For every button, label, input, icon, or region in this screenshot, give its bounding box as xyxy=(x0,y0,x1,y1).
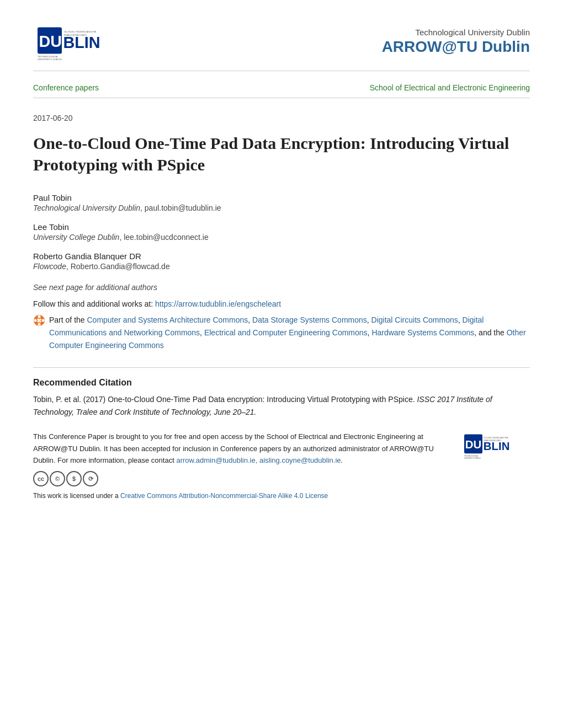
svg-text:TECHNOLOGICAL: TECHNOLOGICAL xyxy=(464,455,479,457)
cc-icon-cc: cc xyxy=(33,471,49,486)
cc-license-link[interactable]: Creative Commons Attribution-Noncommerci… xyxy=(120,492,328,500)
institution-name: Technological University Dublin xyxy=(382,28,530,37)
author-3: Roberto Gandia Blanquer DR Flowcode, Rob… xyxy=(33,251,530,271)
authors-section: Paul Tobin Technological University Dubl… xyxy=(33,193,530,271)
header-right: Technological University Dublin ARROW@TU… xyxy=(382,28,530,56)
commons-link-6[interactable]: Hardware Systems Commons xyxy=(371,328,474,337)
cc-icon-nc: $ xyxy=(66,471,82,486)
dublin-logo-footer: DU OLLSCOIL TEICNEOLAÍOCHTA BHAILE ÁTHA … xyxy=(461,431,527,461)
svg-text:DU: DU xyxy=(465,439,481,451)
page: DU OLLSCOIL TEICNEOLAÍOCHTA BHAILE ÁTHA … xyxy=(0,0,563,728)
svg-point-12 xyxy=(38,323,41,326)
author-2: Lee Tobin University College Dublin, lee… xyxy=(33,222,530,242)
svg-text:OLLSCOIL TEICNEOLAÍOCHTA: OLLSCOIL TEICNEOLAÍOCHTA xyxy=(484,437,508,440)
svg-text:UNIVERSITY DUBLIN: UNIVERSITY DUBLIN xyxy=(38,58,62,61)
publication-date: 2017-06-20 xyxy=(33,114,530,122)
nav-bar: Conference papers School of Electrical a… xyxy=(33,78,530,98)
contact-email-2[interactable]: aisling.coyne@tudublin.ie xyxy=(259,456,341,464)
footer-block: This Conference Paper is brought to you … xyxy=(33,431,530,500)
svg-text:BLIN: BLIN xyxy=(63,34,100,51)
author-2-name: Lee Tobin xyxy=(33,222,530,232)
author-1: Paul Tobin Technological University Dubl… xyxy=(33,193,530,212)
commons-link-5[interactable]: Electrical and Computer Engineering Comm… xyxy=(204,328,368,337)
cc-icon-by: © xyxy=(50,471,65,486)
author-3-name: Roberto Gandia Blanquer DR xyxy=(33,251,530,261)
recommended-citation-text: Tobin, P. et al. (2017) One-to-Cloud One… xyxy=(33,393,530,419)
logo-area: DU OLLSCOIL TEICNEOLAÍOCHTA BHAILE ÁTHA … xyxy=(33,22,121,61)
author-2-affil: University College Dublin, lee.tobin@ucd… xyxy=(33,233,530,242)
contact-email-1[interactable]: arrow.admin@tudublin.ie, xyxy=(176,456,257,464)
see-next-page: See next page for additional authors xyxy=(33,283,530,292)
commons-link-1[interactable]: Computer and Systems Architecture Common… xyxy=(87,315,248,324)
section-divider xyxy=(33,367,530,368)
conference-papers-link[interactable]: Conference papers xyxy=(33,83,99,92)
footer-text: This Conference Paper is brought to you … xyxy=(33,431,436,500)
svg-text:UNIVERSITY DUBLIN: UNIVERSITY DUBLIN xyxy=(464,457,481,459)
svg-text:BLIN: BLIN xyxy=(484,441,510,453)
svg-point-10 xyxy=(42,319,45,322)
citation-italic: ISSC 2017 Institute of Technology, Trale… xyxy=(33,395,492,416)
arrow-link[interactable]: ARROW@TU Dublin xyxy=(382,38,530,55)
author-3-affil: Flowcode, Roberto.Gandia@flowcad.de xyxy=(33,262,530,271)
cc-icon-sa: ⟳ xyxy=(83,471,98,486)
svg-text:TECHNOLOGICAL: TECHNOLOGICAL xyxy=(38,55,59,58)
paper-title: One-to-Cloud One-Time Pad Data Encryptio… xyxy=(33,132,530,175)
author-1-affil: Technological University Dublin, paul.to… xyxy=(33,204,530,212)
follow-line: Follow this and additional works at: htt… xyxy=(33,299,530,308)
part-of-line: Part of the Computer and Systems Archite… xyxy=(33,314,530,352)
part-of-text: Part of the Computer and Systems Archite… xyxy=(49,314,530,352)
commons-link-2[interactable]: Data Storage Systems Commons xyxy=(252,315,367,324)
svg-text:DU: DU xyxy=(39,33,62,50)
school-link[interactable]: School of Electrical and Electronic Engi… xyxy=(370,83,530,92)
commons-link-3[interactable]: Digital Circuits Commons xyxy=(371,315,458,324)
author-1-name: Paul Tobin xyxy=(33,193,530,202)
svg-point-9 xyxy=(34,319,37,322)
footer-body: This Conference Paper is brought to you … xyxy=(33,431,436,466)
header: DU OLLSCOIL TEICNEOLAÍOCHTA BHAILE ÁTHA … xyxy=(33,22,530,71)
recommended-citation-heading: Recommended Citation xyxy=(33,378,530,388)
follow-url-link[interactable]: https://arrow.tudublin.ie/engscheleart xyxy=(155,299,281,308)
cc-license-text: This work is licensed under a Creative C… xyxy=(33,491,436,501)
cc-icons: cc © $ ⟳ xyxy=(33,471,436,486)
dublin-logo: DU OLLSCOIL TEICNEOLAÍOCHTA BHAILE ÁTHA … xyxy=(33,22,121,61)
svg-point-11 xyxy=(38,315,41,318)
svg-text:OLLSCOIL TEICNEOLAÍOCHTA: OLLSCOIL TEICNEOLAÍOCHTA xyxy=(64,30,96,33)
network-icon xyxy=(33,314,45,326)
footer-logo-area: DU OLLSCOIL TEICNEOLAÍOCHTA BHAILE ÁTHA … xyxy=(458,431,530,461)
